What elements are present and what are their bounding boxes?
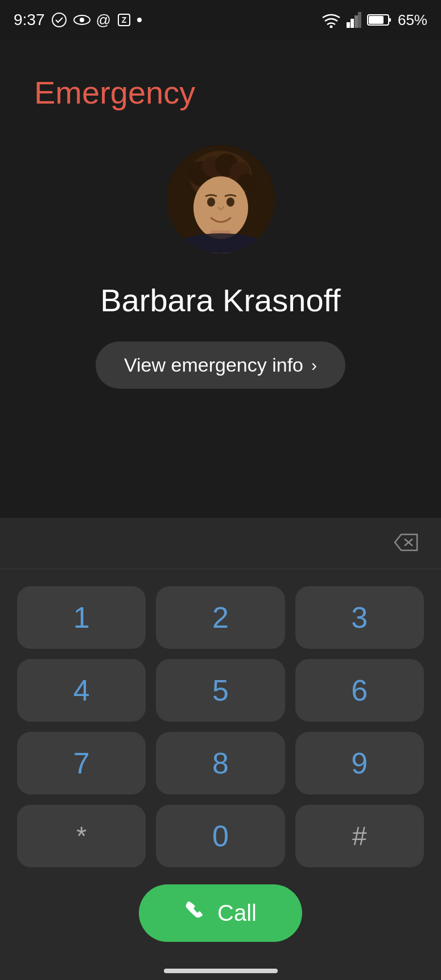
chevron-right-icon: ›: [311, 356, 317, 375]
dialpad-top-bar: [0, 518, 441, 569]
dial-key-9[interactable]: 9: [295, 732, 424, 794]
dial-key-6[interactable]: 6: [295, 659, 424, 722]
at-icon: @: [96, 11, 111, 29]
battery-percentage: 65%: [398, 11, 427, 29]
svg-point-5: [329, 26, 332, 28]
avatar-svg: [167, 145, 275, 253]
avatar: [167, 145, 275, 253]
battery-icon: [367, 13, 392, 27]
dial-key-5[interactable]: 5: [156, 659, 285, 722]
avatar-image: [167, 145, 275, 253]
task-icon: [51, 11, 68, 28]
status-time-area: 9:37 @ Z: [14, 11, 142, 29]
dial-key-8[interactable]: 8: [156, 732, 285, 794]
svg-rect-12: [369, 16, 384, 24]
home-indicator: [164, 969, 278, 973]
svg-rect-9: [358, 12, 361, 28]
dial-key-star[interactable]: *: [17, 805, 146, 867]
emergency-title: Emergency: [0, 74, 195, 111]
backspace-button[interactable]: [388, 527, 424, 559]
svg-point-0: [52, 13, 66, 27]
svg-rect-11: [389, 18, 391, 22]
buzz-icon: Z: [116, 11, 133, 28]
top-section: Emergency: [0, 40, 441, 518]
phone-svg: [184, 899, 207, 922]
status-icons-group: @ Z: [51, 11, 142, 29]
contact-name: Barbara Krasnoff: [100, 282, 340, 319]
backspace-icon: [393, 533, 418, 552]
dial-key-7[interactable]: 7: [17, 732, 146, 794]
call-button[interactable]: Call: [139, 884, 302, 942]
dialpad-grid: 1 2 3 4 5 6 7 8 9 * 0 #: [0, 569, 441, 879]
dot-indicator: [137, 18, 142, 22]
call-button-label: Call: [217, 900, 257, 926]
dial-key-1[interactable]: 1: [17, 586, 146, 649]
dialpad-section: 1 2 3 4 5 6 7 8 9 * 0 #: [0, 518, 441, 980]
dial-key-4[interactable]: 4: [17, 659, 146, 722]
dial-key-hash[interactable]: #: [295, 805, 424, 867]
call-button-container: Call: [139, 884, 302, 942]
wifi-icon: [322, 12, 341, 28]
time-display: 9:37: [14, 11, 45, 29]
status-right-icons: 65%: [322, 11, 427, 29]
status-bar: 9:37 @ Z: [0, 0, 441, 40]
svg-point-2: [80, 18, 84, 22]
view-emergency-info-button[interactable]: View emergency info ›: [96, 341, 345, 389]
svg-point-25: [193, 176, 248, 239]
dial-key-0[interactable]: 0: [156, 805, 285, 867]
phone-icon: [184, 899, 207, 927]
dial-key-3[interactable]: 3: [295, 586, 424, 649]
svg-text:Z: Z: [122, 15, 127, 24]
view-info-label: View emergency info: [124, 354, 303, 376]
eye-icon: [72, 14, 92, 26]
svg-rect-8: [355, 15, 358, 28]
svg-rect-6: [347, 22, 350, 28]
svg-rect-7: [351, 19, 354, 28]
signal-icon: [347, 12, 361, 28]
dial-key-2[interactable]: 2: [156, 586, 285, 649]
